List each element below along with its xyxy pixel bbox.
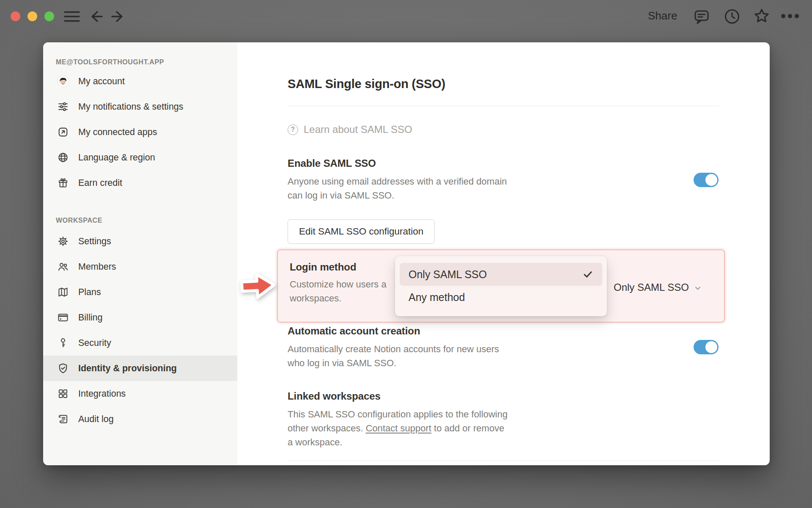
hamburger-menu-icon[interactable]: [64, 11, 80, 22]
credit-card-icon: [57, 312, 69, 323]
login-method-dropdown: Only SAML SSO Any method: [395, 256, 607, 316]
settings-modal: ME@TOOLSFORTHOUGHT.APP My account: [43, 42, 770, 465]
sidebar-item-label: My account: [78, 76, 125, 87]
sidebar-item-settings[interactable]: Settings: [43, 229, 237, 254]
dropdown-option-label: Only SAML SSO: [409, 268, 487, 281]
minimize-window-button[interactable]: [27, 11, 37, 21]
linked-workspaces-description: This SAML SSO configuration applies to t…: [288, 407, 508, 449]
zoom-window-button[interactable]: [44, 11, 54, 21]
grid-icon: [57, 388, 69, 400]
gift-icon: [57, 177, 69, 189]
login-method-selected-value: Only SAML SSO: [614, 282, 689, 293]
title-divider: [288, 106, 719, 106]
sidebar-item-label: Earn credit: [78, 178, 122, 188]
sidebar-item-earn-credit[interactable]: Earn credit: [43, 170, 237, 196]
sidebar-item-label: My notifications & settings: [78, 102, 184, 112]
sidebar-item-label: Language & region: [78, 152, 155, 163]
sidebar-item-billing[interactable]: Billing: [43, 305, 237, 330]
avatar: [57, 75, 69, 87]
enable-sso-title: Enable SAML SSO: [288, 157, 376, 169]
sliders-icon: [57, 101, 69, 113]
comments-icon[interactable]: [693, 8, 710, 25]
globe-icon: [57, 152, 69, 163]
sidebar-item-audit-log[interactable]: Audit log: [43, 406, 237, 432]
dropdown-option-only-saml-sso[interactable]: Only SAML SSO: [400, 263, 602, 286]
back-arrow-icon[interactable]: [88, 8, 105, 25]
shield-check-icon: [57, 362, 69, 374]
toggle-knob: [705, 174, 717, 186]
external-link-icon: [57, 126, 69, 138]
key-icon: [57, 337, 69, 349]
map-icon: [57, 286, 69, 298]
enable-sso-toggle[interactable]: [694, 173, 719, 187]
gear-icon: [57, 235, 69, 247]
sidebar-item-label: Settings: [78, 236, 111, 247]
sidebar-item-label: Members: [78, 262, 116, 272]
auto-account-title: Automatic account creation: [288, 325, 420, 337]
auto-account-description: Automatically create Notion accounts for…: [288, 342, 499, 370]
sidebar-item-plans[interactable]: Plans: [43, 279, 237, 305]
members-icon: [57, 261, 69, 273]
window-titlebar: Share: [0, 0, 812, 27]
settings-content: SAML Single sign-on (SSO) ? Learn about …: [237, 42, 770, 465]
sidebar-item-members[interactable]: Members: [43, 254, 237, 279]
workspace-section-header: WORKSPACE: [56, 217, 102, 224]
dropdown-option-label: Any method: [409, 291, 465, 304]
settings-sidebar: ME@TOOLSFORTHOUGHT.APP My account: [43, 42, 237, 465]
sidebar-item-label: Billing: [78, 312, 102, 323]
sidebar-item-label: Security: [78, 338, 111, 348]
workspace-items-list: Settings Members: [43, 229, 237, 432]
sidebar-item-integrations[interactable]: Integrations: [43, 381, 237, 406]
contact-support-link[interactable]: Contact support: [366, 423, 431, 433]
auto-account-toggle[interactable]: [694, 340, 719, 354]
account-items-list: My account My notifications & settings: [43, 69, 237, 196]
toggle-knob: [705, 341, 717, 353]
sidebar-item-label: Integrations: [78, 389, 126, 399]
dropdown-option-any-method[interactable]: Any method: [400, 286, 602, 309]
page-title: SAML Single sign-on (SSO): [288, 77, 445, 91]
history-clock-icon[interactable]: [723, 8, 741, 25]
checkmark-icon: [582, 269, 593, 280]
learn-about-saml-link[interactable]: ? Learn about SAML SSO: [288, 124, 412, 135]
help-question-icon: ?: [288, 124, 298, 135]
favorite-star-icon[interactable]: [753, 7, 771, 25]
login-method-select[interactable]: Only SAML SSO: [614, 282, 702, 293]
enable-sso-description: Anyone using email addresses with a veri…: [288, 174, 507, 202]
sidebar-item-label: Identity & provisioning: [78, 363, 177, 374]
close-window-button[interactable]: [11, 11, 20, 21]
sidebar-item-connected-apps[interactable]: My connected apps: [43, 119, 237, 145]
callout-arrow-icon: [239, 268, 279, 303]
sidebar-item-my-account[interactable]: My account: [43, 69, 237, 94]
learn-link-label: Learn about SAML SSO: [304, 124, 412, 135]
share-button[interactable]: Share: [648, 9, 677, 22]
sidebar-item-label: Plans: [78, 287, 101, 298]
login-method-description: Customize how users a workspaces.: [290, 277, 387, 305]
sidebar-item-security[interactable]: Security: [43, 330, 237, 356]
bottom-divider: [288, 461, 719, 461]
sidebar-item-label: My connected apps: [78, 127, 157, 138]
chevron-down-icon: [693, 284, 702, 293]
more-options-icon[interactable]: [779, 13, 801, 19]
scroll-icon: [57, 413, 69, 425]
sidebar-item-language-region[interactable]: Language & region: [43, 145, 237, 170]
forward-arrow-icon[interactable]: [109, 8, 126, 25]
sidebar-item-label: Audit log: [78, 414, 114, 425]
account-section-header: ME@TOOLSFORTHOUGHT.APP: [56, 58, 164, 66]
sidebar-item-identity-provisioning[interactable]: Identity & provisioning: [43, 356, 237, 381]
edit-saml-config-button[interactable]: Edit SAML SSO configuration: [288, 219, 435, 244]
linked-workspaces-title: Linked workspaces: [288, 390, 381, 402]
login-method-title: Login method: [290, 261, 356, 273]
sidebar-item-notifications-settings[interactable]: My notifications & settings: [43, 94, 237, 119]
